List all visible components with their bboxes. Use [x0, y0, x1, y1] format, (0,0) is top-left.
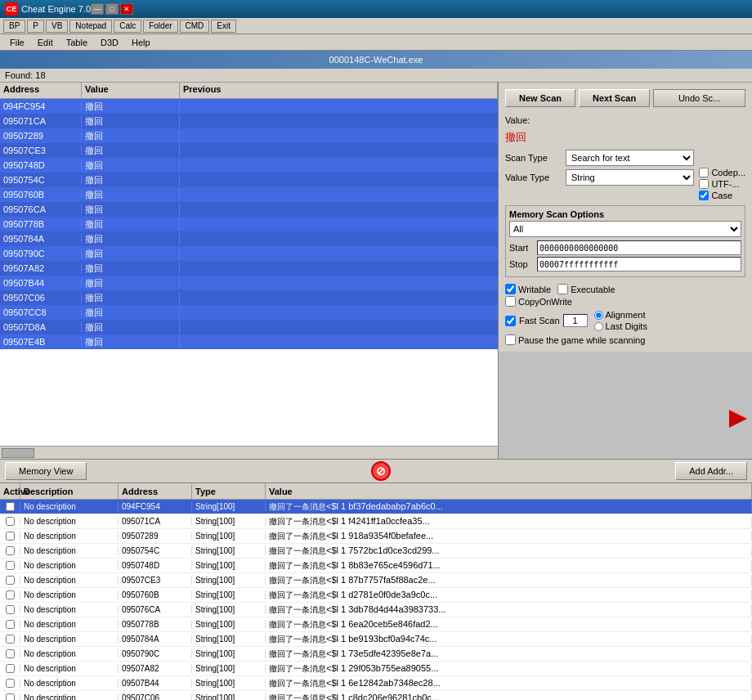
codepage-checkbox[interactable]	[699, 168, 709, 177]
new-scan-button[interactable]: New Scan	[505, 89, 575, 107]
red-arrow-icon[interactable]	[729, 410, 747, 429]
window-controls[interactable]: — □ ✕	[91, 3, 133, 15]
result-value-cell: 撤回了一条消息<$l 1 bf37dedababp7ab6c0...	[266, 501, 752, 513]
scan-type-select[interactable]: Search for text	[566, 150, 694, 166]
address-row[interactable]: 0950760B 撤回	[0, 187, 498, 202]
result-row[interactable]: No description 09507289 String[100] 撤回了一…	[0, 529, 752, 544]
result-row[interactable]: No description 0950784A String[100] 撤回了一…	[0, 632, 752, 647]
executable-checkbox[interactable]	[557, 284, 568, 294]
topbar-btn-folder[interactable]: Folder	[143, 20, 177, 33]
address-row[interactable]: 094FC954 撤回	[0, 99, 498, 114]
address-row[interactable]: 09507C06 撤回	[0, 290, 498, 305]
topbar-btn-bp[interactable]: BP	[3, 20, 25, 33]
utf-checkbox[interactable]	[699, 179, 709, 189]
active-checkbox[interactable]	[6, 693, 15, 700]
copyonwrite-checkbox[interactable]	[505, 296, 516, 307]
active-checkbox[interactable]	[6, 590, 15, 599]
address-row[interactable]: 095071CA 撤回	[0, 114, 498, 128]
result-row[interactable]: No description 0950754C String[100] 撤回了一…	[0, 544, 752, 559]
result-value-cell: 撤回了一条消息<$l 1 be9193bcf0a94c74c...	[266, 634, 752, 645]
fast-scan-checkbox[interactable]	[505, 316, 516, 326]
undo-scan-button[interactable]: Undo Sc...	[653, 89, 745, 107]
value-type-select[interactable]: String	[566, 169, 694, 186]
writable-checkbox[interactable]	[505, 284, 516, 294]
result-row[interactable]: No description 09507C06 String[100] 撤回了一…	[0, 691, 752, 700]
menu-help[interactable]: Help	[125, 36, 157, 49]
addr-cell: 09507B44	[0, 278, 82, 288]
add-address-button[interactable]: Add Addr...	[675, 462, 747, 480]
result-row[interactable]: No description 0950778B String[100] 撤回了一…	[0, 617, 752, 632]
close-button[interactable]: ✕	[120, 3, 133, 15]
address-row[interactable]: 09507289 撤回	[0, 128, 498, 143]
minimize-button[interactable]: —	[91, 3, 104, 15]
topbar-btn-p[interactable]: P	[27, 20, 44, 33]
horizontal-scrollbar[interactable]	[0, 446, 498, 459]
start-row: Start	[509, 240, 741, 255]
lastdigits-radio[interactable]	[594, 322, 603, 331]
desc-cell: No description	[20, 635, 119, 644]
address-row[interactable]: 09507A82 撤回	[0, 261, 498, 276]
result-row[interactable]: No description 09507A82 String[100] 撤回了一…	[0, 662, 752, 676]
start-input[interactable]	[537, 240, 741, 255]
case-checkbox[interactable]	[699, 191, 709, 200]
active-checkbox[interactable]	[6, 517, 15, 526]
menu-d3d[interactable]: D3D	[94, 36, 125, 49]
active-checkbox[interactable]	[6, 649, 15, 658]
topbar-btn-vb[interactable]: VB	[46, 20, 68, 33]
stop-input[interactable]	[537, 257, 741, 271]
topbar-btn-exit[interactable]: Exit	[211, 20, 236, 33]
menu-file[interactable]: File	[3, 36, 31, 49]
active-checkbox[interactable]	[6, 605, 15, 614]
active-checkbox[interactable]	[6, 576, 15, 585]
result-row[interactable]: No description 0950790C String[100] 撤回了一…	[0, 647, 752, 662]
address-row[interactable]: 0950784A 撤回	[0, 231, 498, 246]
active-checkbox[interactable]	[6, 502, 15, 511]
result-row[interactable]: No description 095076CA String[100] 撤回了一…	[0, 603, 752, 617]
result-row[interactable]: No description 0950760B String[100] 撤回了一…	[0, 588, 752, 603]
active-checkbox[interactable]	[6, 679, 15, 688]
address-row[interactable]: 0950778B 撤回	[0, 217, 498, 231]
menu-table[interactable]: Table	[60, 36, 94, 49]
result-row[interactable]: No description 0950748D String[100] 撤回了一…	[0, 559, 752, 573]
active-cell	[0, 502, 20, 511]
active-checkbox[interactable]	[6, 620, 15, 629]
maximize-button[interactable]: □	[105, 3, 119, 15]
next-scan-button[interactable]: Next Scan	[579, 89, 650, 107]
memory-view-button[interactable]: Memory View	[5, 462, 87, 480]
writable-label: Writable	[518, 285, 551, 294]
result-row[interactable]: No description 095071CA String[100] 撤回了一…	[0, 514, 752, 529]
alignment-radio[interactable]	[594, 311, 603, 320]
address-row[interactable]: 09507CC8 撤回	[0, 305, 498, 320]
result-row[interactable]: No description 09507CE3 String[100] 撤回了一…	[0, 573, 752, 588]
scroll-thumb[interactable]	[2, 448, 34, 458]
active-checkbox[interactable]	[6, 561, 15, 570]
active-checkbox[interactable]	[6, 532, 15, 541]
active-col-header: Active	[0, 483, 20, 499]
address-row[interactable]: 09507CE3 撤回	[0, 143, 498, 158]
pause-game-checkbox[interactable]	[505, 334, 516, 345]
topbar-btn-cmd[interactable]: CMD	[180, 20, 210, 33]
stop-scan-button[interactable]: ⊘	[371, 461, 391, 481]
memory-scan-select[interactable]: All	[509, 221, 741, 237]
address-row[interactable]: 09507B44 撤回	[0, 276, 498, 290]
address-row[interactable]: 0950790C 撤回	[0, 246, 498, 261]
titlebar: CE Cheat Engine 7.0 — □ ✕	[0, 0, 752, 18]
value-cell: 撤回	[82, 204, 180, 216]
value-display-row: Value:	[505, 115, 745, 125]
topbar-btn-calc[interactable]: Calc	[114, 20, 141, 33]
menu-edit[interactable]: Edit	[31, 36, 60, 49]
result-row[interactable]: No description 094FC954 String[100] 撤回了一…	[0, 500, 752, 514]
active-checkbox[interactable]	[6, 664, 15, 673]
address-row[interactable]: 09507E4B 撤回	[0, 334, 498, 349]
address-row[interactable]: 0950754C 撤回	[0, 173, 498, 187]
active-checkbox[interactable]	[6, 635, 15, 644]
result-row[interactable]: No description 09507B44 String[100] 撤回了一…	[0, 676, 752, 691]
addr-cell: 094FC954	[0, 101, 82, 111]
address-row[interactable]: 0950748D 撤回	[0, 158, 498, 173]
address-row[interactable]: 095076CA 撤回	[0, 202, 498, 217]
active-checkbox[interactable]	[6, 546, 15, 555]
fast-scan-input[interactable]	[563, 314, 588, 327]
stop-label: Stop	[509, 259, 534, 269]
address-row[interactable]: 09507D8A 撤回	[0, 320, 498, 334]
topbar-btn-notepad[interactable]: Notepad	[69, 20, 112, 33]
